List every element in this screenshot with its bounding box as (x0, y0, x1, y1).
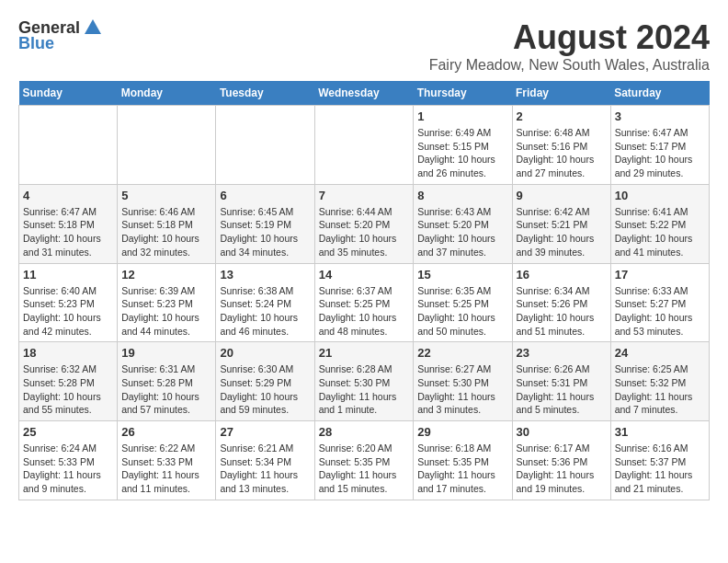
calendar-cell: 8Sunrise: 6:43 AM Sunset: 5:20 PM Daylig… (414, 184, 512, 263)
calendar-cell (314, 106, 414, 185)
day-info: Sunrise: 6:34 AM Sunset: 5:26 PM Dayligh… (517, 284, 607, 339)
day-info: Sunrise: 6:48 AM Sunset: 5:16 PM Dayligh… (517, 126, 607, 180)
day-info: Sunrise: 6:20 AM Sunset: 5:35 PM Dayligh… (319, 442, 410, 496)
day-info: Sunrise: 6:24 AM Sunset: 5:33 PM Dayligh… (23, 442, 113, 496)
calendar-cell: 4Sunrise: 6:47 AM Sunset: 5:18 PM Daylig… (19, 184, 118, 263)
logo: General Blue (18, 18, 103, 53)
day-number: 20 (220, 346, 310, 360)
calendar-cell: 24Sunrise: 6:25 AM Sunset: 5:32 PM Dayli… (610, 342, 709, 421)
day-number: 4 (23, 189, 113, 202)
calendar-cell: 5Sunrise: 6:46 AM Sunset: 5:18 PM Daylig… (118, 184, 216, 263)
day-number: 28 (319, 425, 410, 439)
calendar-table: SundayMondayTuesdayWednesdayThursdayFrid… (18, 81, 710, 500)
calendar-cell (19, 106, 118, 185)
day-info: Sunrise: 6:18 AM Sunset: 5:35 PM Dayligh… (417, 442, 507, 496)
day-number: 15 (417, 268, 507, 282)
day-number: 3 (615, 109, 705, 123)
day-info: Sunrise: 6:26 AM Sunset: 5:31 PM Dayligh… (517, 362, 607, 417)
day-number: 10 (615, 189, 705, 202)
day-info: Sunrise: 6:41 AM Sunset: 5:22 PM Dayligh… (615, 205, 705, 259)
day-info: Sunrise: 6:44 AM Sunset: 5:20 PM Dayligh… (319, 205, 410, 259)
calendar-cell: 20Sunrise: 6:30 AM Sunset: 5:29 PM Dayli… (216, 342, 314, 421)
day-info: Sunrise: 6:43 AM Sunset: 5:20 PM Dayligh… (417, 205, 507, 259)
day-number: 5 (121, 189, 211, 202)
calendar-cell: 1Sunrise: 6:49 AM Sunset: 5:15 PM Daylig… (414, 106, 512, 185)
weekday-header-saturday: Saturday (610, 81, 709, 106)
day-info: Sunrise: 6:21 AM Sunset: 5:34 PM Dayligh… (220, 442, 310, 496)
weekday-header-sunday: Sunday (19, 81, 118, 106)
calendar-cell: 14Sunrise: 6:37 AM Sunset: 5:25 PM Dayli… (314, 263, 414, 342)
day-number: 2 (517, 109, 607, 123)
weekday-header-thursday: Thursday (414, 81, 512, 106)
calendar-cell: 29Sunrise: 6:18 AM Sunset: 5:35 PM Dayli… (414, 421, 512, 500)
day-number: 17 (615, 268, 705, 282)
calendar-cell: 6Sunrise: 6:45 AM Sunset: 5:19 PM Daylig… (216, 184, 314, 263)
calendar-cell: 25Sunrise: 6:24 AM Sunset: 5:33 PM Dayli… (19, 421, 118, 500)
day-number: 6 (220, 189, 310, 202)
week-row-2: 4Sunrise: 6:47 AM Sunset: 5:18 PM Daylig… (19, 184, 710, 263)
calendar-cell: 11Sunrise: 6:40 AM Sunset: 5:23 PM Dayli… (19, 263, 118, 342)
day-info: Sunrise: 6:39 AM Sunset: 5:23 PM Dayligh… (121, 284, 211, 339)
calendar-cell: 21Sunrise: 6:28 AM Sunset: 5:30 PM Dayli… (314, 342, 414, 421)
weekday-header-row: SundayMondayTuesdayWednesdayThursdayFrid… (19, 81, 710, 106)
calendar-cell: 17Sunrise: 6:33 AM Sunset: 5:27 PM Dayli… (610, 263, 709, 342)
calendar-cell: 27Sunrise: 6:21 AM Sunset: 5:34 PM Dayli… (216, 421, 314, 500)
day-info: Sunrise: 6:35 AM Sunset: 5:25 PM Dayligh… (417, 284, 507, 339)
day-info: Sunrise: 6:27 AM Sunset: 5:30 PM Dayligh… (417, 362, 507, 417)
calendar-cell: 18Sunrise: 6:32 AM Sunset: 5:28 PM Dayli… (19, 342, 118, 421)
day-number: 27 (220, 425, 310, 439)
day-info: Sunrise: 6:31 AM Sunset: 5:28 PM Dayligh… (121, 362, 211, 417)
weekday-header-wednesday: Wednesday (314, 81, 414, 106)
location: Fairy Meadow, New South Wales, Australia (429, 57, 710, 74)
calendar-cell: 19Sunrise: 6:31 AM Sunset: 5:28 PM Dayli… (118, 342, 216, 421)
week-row-4: 18Sunrise: 6:32 AM Sunset: 5:28 PM Dayli… (19, 342, 710, 421)
day-info: Sunrise: 6:17 AM Sunset: 5:36 PM Dayligh… (517, 442, 607, 496)
day-number: 24 (615, 346, 705, 360)
day-info: Sunrise: 6:22 AM Sunset: 5:33 PM Dayligh… (121, 442, 211, 496)
day-info: Sunrise: 6:33 AM Sunset: 5:27 PM Dayligh… (615, 284, 705, 339)
day-info: Sunrise: 6:40 AM Sunset: 5:23 PM Dayligh… (23, 284, 113, 339)
day-number: 9 (517, 189, 607, 202)
calendar-cell: 22Sunrise: 6:27 AM Sunset: 5:30 PM Dayli… (414, 342, 512, 421)
month-title: August 2024 (429, 18, 710, 57)
title-section: August 2024 Fairy Meadow, New South Wale… (429, 18, 710, 74)
day-number: 13 (220, 268, 310, 282)
calendar-cell: 13Sunrise: 6:38 AM Sunset: 5:24 PM Dayli… (216, 263, 314, 342)
weekday-header-tuesday: Tuesday (216, 81, 314, 106)
week-row-5: 25Sunrise: 6:24 AM Sunset: 5:33 PM Dayli… (19, 421, 710, 500)
day-number: 23 (517, 346, 607, 360)
day-info: Sunrise: 6:28 AM Sunset: 5:30 PM Dayligh… (319, 362, 410, 417)
logo-text-blue: Blue (18, 34, 54, 53)
calendar-cell: 30Sunrise: 6:17 AM Sunset: 5:36 PM Dayli… (512, 421, 610, 500)
day-info: Sunrise: 6:46 AM Sunset: 5:18 PM Dayligh… (121, 205, 211, 259)
day-number: 18 (23, 346, 113, 360)
weekday-header-monday: Monday (118, 81, 216, 106)
calendar-cell: 12Sunrise: 6:39 AM Sunset: 5:23 PM Dayli… (118, 263, 216, 342)
day-number: 1 (417, 109, 507, 123)
calendar-cell: 2Sunrise: 6:48 AM Sunset: 5:16 PM Daylig… (512, 106, 610, 185)
day-info: Sunrise: 6:49 AM Sunset: 5:15 PM Dayligh… (417, 126, 507, 180)
calendar-cell: 10Sunrise: 6:41 AM Sunset: 5:22 PM Dayli… (610, 184, 709, 263)
day-number: 29 (417, 425, 507, 439)
day-info: Sunrise: 6:47 AM Sunset: 5:18 PM Dayligh… (23, 205, 113, 259)
day-number: 7 (319, 189, 410, 202)
day-number: 11 (23, 268, 113, 282)
day-number: 16 (517, 268, 607, 282)
day-number: 14 (319, 268, 410, 282)
calendar-cell: 31Sunrise: 6:16 AM Sunset: 5:37 PM Dayli… (610, 421, 709, 500)
day-info: Sunrise: 6:30 AM Sunset: 5:29 PM Dayligh… (220, 362, 310, 417)
day-number: 31 (615, 425, 705, 439)
logo-icon (83, 17, 103, 38)
day-number: 12 (121, 268, 211, 282)
day-number: 26 (121, 425, 211, 439)
calendar-cell: 9Sunrise: 6:42 AM Sunset: 5:21 PM Daylig… (512, 184, 610, 263)
calendar-cell: 3Sunrise: 6:47 AM Sunset: 5:17 PM Daylig… (610, 106, 709, 185)
day-info: Sunrise: 6:37 AM Sunset: 5:25 PM Dayligh… (319, 284, 410, 339)
day-number: 25 (23, 425, 113, 439)
day-number: 30 (517, 425, 607, 439)
week-row-3: 11Sunrise: 6:40 AM Sunset: 5:23 PM Dayli… (19, 263, 710, 342)
calendar-cell (216, 106, 314, 185)
calendar-cell: 7Sunrise: 6:44 AM Sunset: 5:20 PM Daylig… (314, 184, 414, 263)
weekday-header-friday: Friday (512, 81, 610, 106)
day-number: 22 (417, 346, 507, 360)
